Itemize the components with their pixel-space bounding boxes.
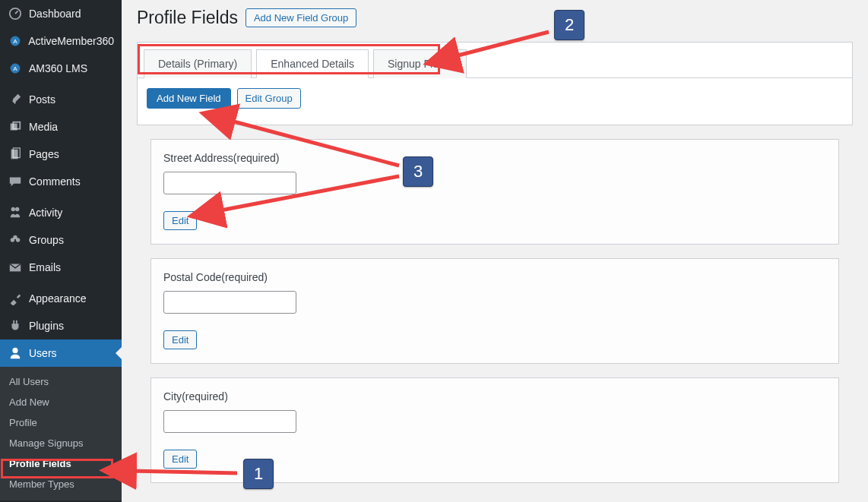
- am360-icon: A: [8, 61, 23, 76]
- comment-icon: [8, 174, 23, 189]
- tab-signup-fields[interactable]: Signup Fields: [373, 49, 467, 78]
- svg-point-15: [12, 348, 17, 353]
- field-card-city: City (required) Edit: [150, 377, 839, 483]
- sidebar-item-emails[interactable]: Emails: [0, 254, 122, 281]
- pin-icon: [8, 92, 23, 107]
- sidebar-item-am360-lms[interactable]: A AM360 LMS: [0, 55, 122, 82]
- sidebar-item-media[interactable]: Media: [0, 113, 122, 140]
- sidebar-item-label: Media: [29, 121, 58, 133]
- svg-text:A: A: [13, 65, 17, 72]
- page-title-row: Profile Fields Add New Field Group: [137, 8, 853, 28]
- sidebar-item-activity[interactable]: Activity: [0, 199, 122, 226]
- sidebar-item-label: Comments: [29, 175, 81, 188]
- submenu-profile[interactable]: Profile: [0, 412, 122, 433]
- sidebar-item-pages[interactable]: Pages: [0, 140, 122, 168]
- svg-point-13: [13, 235, 17, 239]
- sidebar-item-activemember360[interactable]: A ActiveMember360: [0, 27, 122, 55]
- sidebar-item-groups[interactable]: Groups: [0, 226, 122, 254]
- main-content: Profile Fields Add New Field Group Detai…: [122, 0, 868, 502]
- pages-icon: [8, 147, 23, 162]
- edit-field-button[interactable]: Edit: [163, 450, 197, 469]
- users-submenu: All Users Add New Profile Manage Signups…: [0, 367, 122, 500]
- sidebar-item-label: ActiveMember360: [28, 35, 114, 47]
- activity-icon: [8, 205, 23, 220]
- sidebar-item-users[interactable]: Users: [0, 339, 122, 367]
- tab-details-primary[interactable]: Details (Primary): [144, 49, 252, 78]
- field-card-postal-code: Postal Code (required) Edit: [150, 258, 839, 364]
- sidebar-item-label: Groups: [29, 234, 64, 246]
- edit-field-button[interactable]: Edit: [163, 330, 197, 349]
- edit-group-button[interactable]: Edit Group: [237, 88, 301, 109]
- sidebar-item-label: Dashboard: [29, 8, 81, 20]
- sidebar-item-label: AM360 LMS: [29, 62, 87, 74]
- sidebar-item-comments[interactable]: Comments: [0, 168, 122, 195]
- admin-sidebar: Dashboard A ActiveMember360 A AM360 LMS …: [0, 0, 122, 502]
- tab-enhanced-details[interactable]: Enhanced Details: [256, 49, 369, 78]
- sidebar-item-label: Appearance: [29, 292, 87, 305]
- dashboard-icon: [8, 6, 23, 21]
- field-input-street-address[interactable]: [163, 172, 296, 194]
- page-title: Profile Fields: [137, 8, 238, 28]
- media-icon: [8, 119, 23, 134]
- field-name: City: [163, 390, 182, 403]
- field-required-suffix: (required): [221, 271, 268, 283]
- am360-icon: A: [8, 33, 22, 49]
- field-input-postal-code[interactable]: [163, 291, 296, 314]
- sidebar-item-label: Posts: [29, 93, 55, 106]
- groups-icon: [8, 232, 23, 248]
- add-field-group-button[interactable]: Add New Field Group: [246, 8, 356, 27]
- submenu-member-types[interactable]: Member Types: [0, 474, 122, 494]
- edit-field-button[interactable]: Edit: [163, 211, 197, 230]
- email-icon: [8, 260, 23, 275]
- sidebar-item-appearance[interactable]: Appearance: [0, 285, 122, 312]
- appearance-icon: [8, 291, 23, 306]
- submenu-profile-fields[interactable]: Profile Fields: [0, 453, 122, 474]
- field-group-tabs: Details (Primary) Enhanced Details Signu…: [138, 43, 852, 78]
- field-group-tab-panel: Details (Primary) Enhanced Details Signu…: [137, 42, 853, 125]
- svg-point-9: [11, 207, 15, 211]
- field-label: City (required): [163, 390, 826, 403]
- sidebar-item-plugins[interactable]: Plugins: [0, 312, 122, 339]
- sidebar-item-label: Activity: [29, 207, 62, 219]
- sidebar-item-label: Emails: [29, 261, 61, 273]
- sidebar-item-posts[interactable]: Posts: [0, 86, 122, 113]
- sidebar-item-label: Plugins: [29, 320, 64, 332]
- field-card-street-address: Street Address (required) Edit: [150, 139, 839, 245]
- sidebar-item-dashboard[interactable]: Dashboard: [0, 0, 122, 27]
- field-label: Street Address (required): [163, 152, 826, 164]
- field-name: Postal Code: [163, 271, 221, 283]
- submenu-all-users[interactable]: All Users: [0, 371, 122, 392]
- sidebar-item-label: Pages: [29, 148, 59, 160]
- submenu-manage-signups[interactable]: Manage Signups: [0, 433, 122, 453]
- submenu-add-new[interactable]: Add New: [0, 392, 122, 412]
- field-required-suffix: (required): [182, 390, 228, 403]
- plugins-icon: [8, 318, 23, 333]
- field-required-suffix: (required): [233, 152, 280, 164]
- user-icon: [8, 346, 23, 361]
- field-name: Street Address: [163, 152, 233, 164]
- field-label: Postal Code (required): [163, 271, 826, 283]
- svg-point-10: [15, 207, 19, 211]
- add-new-field-button[interactable]: Add New Field: [147, 88, 231, 109]
- svg-text:A: A: [13, 38, 17, 45]
- sidebar-item-label: Users: [29, 347, 57, 359]
- field-input-city[interactable]: [163, 410, 296, 433]
- tab-actions-row: Add New Field Edit Group: [138, 78, 852, 113]
